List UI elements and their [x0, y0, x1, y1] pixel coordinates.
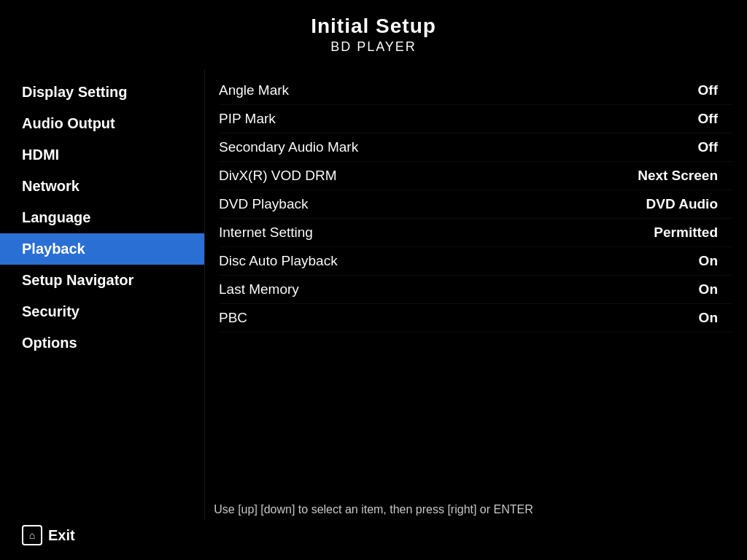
menu-row[interactable]: Internet SettingPermitted: [219, 219, 732, 247]
home-icon: ⌂: [22, 525, 42, 545]
menu-row[interactable]: DivX(R) VOD DRMNext Screen: [219, 162, 732, 190]
menu-value: On: [616, 310, 732, 326]
exit-button[interactable]: ⌂ Exit: [22, 525, 75, 545]
header-title: Initial Setup: [0, 15, 747, 38]
footer-hint: Use [up] [down] to select an item, then …: [0, 503, 747, 516]
menu-value: Off: [616, 139, 732, 155]
menu-value: DVD Audio: [616, 196, 732, 212]
divider: [204, 69, 205, 520]
sidebar-item-playback[interactable]: Playback: [0, 233, 204, 265]
sidebar-item-security[interactable]: Security: [0, 296, 204, 327]
menu-row[interactable]: DVD PlaybackDVD Audio: [219, 190, 732, 219]
header-subtitle: BD PLAYER: [0, 39, 747, 55]
menu-label: DivX(R) VOD DRM: [219, 168, 616, 184]
screen: Initial Setup BD PLAYER Display SettingA…: [0, 0, 747, 560]
menu-row[interactable]: Angle MarkOff: [219, 77, 732, 105]
sidebar-item-hdmi[interactable]: HDMI: [0, 139, 204, 171]
main-menu: Angle MarkOffPIP MarkOffSecondary Audio …: [204, 69, 747, 520]
sidebar-item-setup-navigator[interactable]: Setup Navigator: [0, 265, 204, 296]
menu-value: On: [616, 253, 732, 269]
sidebar-item-language[interactable]: Language: [0, 202, 204, 233]
menu-label: PIP Mark: [219, 111, 616, 127]
header: Initial Setup BD PLAYER: [0, 15, 747, 55]
menu-label: Secondary Audio Mark: [219, 139, 616, 155]
menu-value: Off: [616, 111, 732, 127]
sidebar-item-options[interactable]: Options: [0, 327, 204, 359]
menu-row[interactable]: PBCOn: [219, 304, 732, 332]
menu-label: Last Memory: [219, 281, 616, 298]
menu-label: Internet Setting: [219, 225, 616, 241]
sidebar: Display SettingAudio OutputHDMINetworkLa…: [0, 69, 204, 520]
menu-value: Permitted: [616, 225, 732, 241]
menu-value: Off: [616, 82, 732, 98]
menu-row[interactable]: Secondary Audio MarkOff: [219, 133, 732, 162]
footer: Use [up] [down] to select an item, then …: [0, 503, 747, 516]
sidebar-item-audio-output[interactable]: Audio Output: [0, 108, 204, 139]
tv-frame: Initial Setup BD PLAYER Display SettingA…: [0, 0, 747, 560]
exit-label: Exit: [48, 527, 75, 544]
menu-row[interactable]: Disc Auto PlaybackOn: [219, 247, 732, 276]
menu-label: DVD Playback: [219, 196, 616, 212]
sidebar-item-network[interactable]: Network: [0, 171, 204, 202]
menu-value: Next Screen: [616, 168, 732, 184]
content-area: Display SettingAudio OutputHDMINetworkLa…: [0, 69, 747, 520]
sidebar-item-display-setting[interactable]: Display Setting: [0, 77, 204, 108]
menu-value: On: [616, 281, 732, 298]
menu-row[interactable]: Last MemoryOn: [219, 276, 732, 304]
menu-row[interactable]: PIP MarkOff: [219, 105, 732, 133]
menu-label: PBC: [219, 310, 616, 326]
menu-label: Angle Mark: [219, 82, 616, 98]
menu-label: Disc Auto Playback: [219, 253, 616, 269]
